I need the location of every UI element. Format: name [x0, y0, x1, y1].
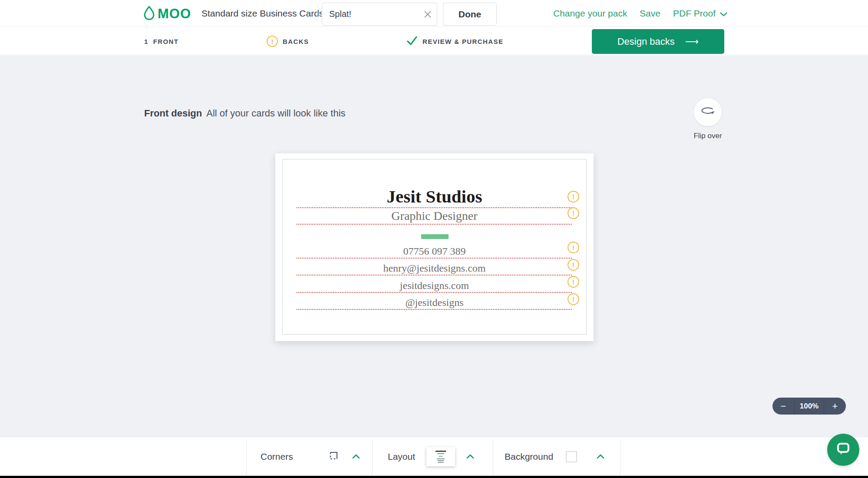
done-button[interactable]: Done	[443, 3, 497, 26]
flip-over-button[interactable]	[693, 98, 722, 126]
step-front-label: FRONT	[153, 38, 179, 45]
corners-panel[interactable]: Corners	[261, 437, 369, 476]
front-design-subtitle: All of your cards will look like this	[206, 108, 345, 119]
chevron-up-icon	[352, 453, 360, 461]
header-divider	[317, 5, 318, 22]
step-review-purchase[interactable]: REVIEW & PURCHASE	[406, 27, 503, 56]
chevron-down-icon	[720, 8, 727, 19]
design-backs-button[interactable]: Design backs ⟶	[592, 29, 724, 54]
warning-icon[interactable]: !	[568, 276, 579, 288]
moo-logo-text: MOO	[158, 7, 191, 21]
layout-thumbnail	[426, 447, 455, 466]
flip-over-control: Flip over	[682, 98, 734, 140]
panel-divider	[372, 441, 373, 476]
text-baseline-guide	[297, 275, 572, 276]
layout-label: Layout	[388, 451, 415, 462]
background-panel[interactable]: Background	[505, 437, 609, 476]
clear-input-icon[interactable]	[423, 10, 432, 19]
pdf-proof-link[interactable]: PDF Proof	[673, 0, 727, 27]
design-backs-label: Design backs	[617, 36, 675, 47]
save-link[interactable]: Save	[640, 0, 660, 27]
arrow-right-icon: ⟶	[685, 36, 699, 47]
change-your-pack-link[interactable]: Change your pack	[553, 0, 627, 27]
moo-logo[interactable]: MOO	[143, 6, 191, 22]
front-design-heading: Front designAll of your cards will look …	[144, 108, 346, 119]
rotate-arrow-icon	[699, 105, 716, 119]
chevron-up-icon	[597, 453, 604, 461]
warning-icon: !	[267, 36, 278, 47]
text-baseline-guide	[297, 207, 572, 208]
checkmark-icon	[406, 36, 418, 47]
step-bar: 1 FRONT ! BACKS REVIEW & PURCHASE Design…	[0, 27, 868, 55]
warning-icon[interactable]: !	[568, 293, 579, 305]
bottom-edge	[0, 476, 868, 478]
product-title: Standard size Business Cards	[201, 0, 323, 27]
layout-panel[interactable]: Layout	[388, 437, 490, 476]
step-front[interactable]: 1 FRONT	[144, 27, 178, 56]
card-social-text[interactable]: @jesitdesigns	[275, 296, 594, 309]
step-review-label: REVIEW & PURCHASE	[422, 38, 503, 45]
chat-button[interactable]	[827, 434, 859, 466]
card-phone-text[interactable]: 07756 097 389	[275, 245, 594, 258]
front-design-title: Front design	[144, 108, 202, 119]
corners-label: Corners	[261, 451, 293, 462]
warning-icon[interactable]: !	[568, 191, 579, 202]
step-front-number: 1	[144, 38, 149, 45]
bottom-toolbar: Corners Layout Background	[0, 437, 868, 476]
pdf-proof-label: PDF Proof	[673, 8, 716, 19]
card-accent-bar	[421, 234, 449, 239]
app-header: MOO Standard size Business Cards Done Ch…	[0, 0, 868, 27]
zoom-level: 100%	[794, 398, 824, 415]
background-label: Background	[505, 451, 553, 462]
step-backs[interactable]: ! BACKS	[267, 27, 309, 56]
text-baseline-guide	[297, 309, 572, 310]
chat-bubble-icon	[835, 440, 852, 459]
business-card-preview: Jesit Studios Graphic Designer 07756 097…	[275, 153, 594, 341]
warning-icon[interactable]: !	[568, 259, 579, 271]
panel-divider	[246, 441, 247, 476]
corners-icon	[329, 451, 338, 462]
text-baseline-guide	[297, 292, 572, 293]
card-title-text[interactable]: Graphic Designer	[275, 208, 594, 224]
design-name-field	[322, 3, 437, 26]
warning-icon[interactable]: !	[568, 242, 579, 253]
zoom-in-button[interactable]: +	[824, 398, 846, 415]
warning-icon[interactable]: !	[568, 207, 579, 219]
chevron-up-icon	[466, 453, 474, 461]
background-swatch	[566, 451, 577, 462]
text-baseline-guide	[297, 258, 572, 259]
design-canvas: Front designAll of your cards will look …	[0, 56, 868, 437]
zoom-control: − 100% +	[772, 398, 846, 415]
card-name-text[interactable]: Jesit Studios	[275, 186, 594, 207]
panel-divider	[493, 441, 493, 476]
card-email-text[interactable]: henry@jesitdesigns.com	[275, 262, 594, 275]
card-website-text[interactable]: jesitdesigns.com	[275, 279, 594, 292]
flip-over-label: Flip over	[682, 132, 734, 140]
design-name-input[interactable]	[322, 3, 437, 26]
zoom-out-button[interactable]: −	[772, 398, 794, 415]
panel-divider	[620, 441, 620, 476]
step-backs-label: BACKS	[283, 38, 309, 45]
moo-droplet-icon	[143, 6, 155, 22]
text-baseline-guide	[297, 224, 572, 225]
